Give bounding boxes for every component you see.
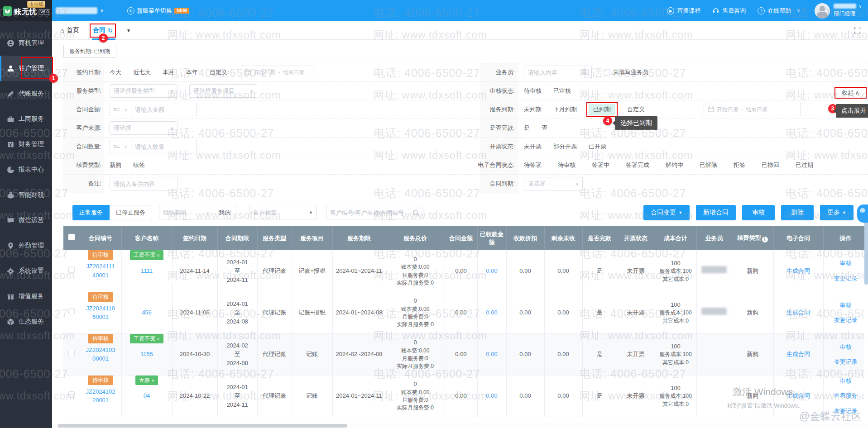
- end-date-placeholder[interactable]: 结束日期: [746, 106, 767, 114]
- horizontal-scrollbar[interactable]: [52, 423, 868, 428]
- filter-option-自定义:[interactable]: 自定义:: [210, 68, 229, 76]
- new-contract-button[interactable]: 新增合同: [696, 205, 736, 220]
- collapse-button[interactable]: 收起 ∧: [836, 87, 865, 98]
- filter-option-已解除[interactable]: 已解除: [700, 161, 717, 169]
- tab-home[interactable]: ⌂首页: [60, 21, 79, 40]
- contract-change-button[interactable]: 合同变更▼: [643, 205, 690, 220]
- sidebar-item-财务管理[interactable]: 财务管理: [0, 132, 52, 157]
- customer-tag-select[interactable]: 客户标签▼: [249, 206, 317, 219]
- salesperson-input[interactable]: [528, 69, 579, 76]
- filter-option-是[interactable]: 是: [524, 124, 530, 132]
- filter-option-拒签[interactable]: 拒签: [734, 161, 745, 169]
- filter-option-已审核[interactable]: 已审核: [553, 87, 571, 95]
- online-help-link[interactable]: ?在线帮助∨: [758, 7, 803, 15]
- action-link-审核[interactable]: 审核: [840, 376, 852, 385]
- received-amount-link[interactable]: 0.00: [486, 392, 497, 399]
- filter-option-待签署[interactable]: 待签署: [524, 161, 542, 169]
- received-amount-link[interactable]: 0.00: [486, 267, 497, 274]
- sidebar-item-微信运营[interactable]: 微信运营: [0, 208, 52, 233]
- filter-option-近七天[interactable]: 近七天: [133, 68, 151, 76]
- filter-option-否[interactable]: 否: [542, 124, 547, 132]
- audit-button[interactable]: 审核: [742, 205, 775, 220]
- filter-option-新购[interactable]: 新购: [110, 161, 121, 169]
- company-dropdown-caret[interactable]: ∨: [100, 8, 104, 14]
- fullscreen-icon[interactable]: [854, 27, 861, 35]
- after-sales-link[interactable]: 售后咨询: [712, 7, 746, 15]
- customer-link[interactable]: 04: [144, 392, 150, 399]
- filter-tag[interactable]: 服务到期: 已到期: [63, 45, 116, 58]
- action-link-查看服务[interactable]: 查看服务: [834, 391, 858, 400]
- search-icon[interactable]: [581, 69, 588, 76]
- filter-option-续签[interactable]: 续签: [133, 161, 145, 169]
- generate-contract-link[interactable]: 生成合同: [786, 267, 810, 274]
- action-link-审核[interactable]: 审核: [840, 301, 852, 310]
- generate-contract-link[interactable]: 生成合同: [786, 392, 810, 399]
- sidebar-item-工商服务[interactable]: 工商服务: [0, 106, 52, 132]
- menu-switch[interactable]: ↻ 新版菜单切换 NEW: [127, 7, 189, 15]
- sidebar-item-报表中心[interactable]: 报表中心: [0, 157, 52, 182]
- filter-option-自定义[interactable]: 自定义: [627, 105, 645, 114]
- filter-option-本月[interactable]: 本月: [163, 68, 174, 76]
- delete-button[interactable]: 删除: [781, 205, 814, 220]
- contract-no-link[interactable]: JZ202411060001: [86, 304, 115, 322]
- customer-tag-badge[interactable]: 工资不变 ∨: [130, 250, 163, 260]
- filter-option-已到期[interactable]: 已到期4选择已到期: [589, 104, 615, 115]
- start-date-placeholder[interactable]: 开始日期: [717, 106, 739, 114]
- filter-option-解约中[interactable]: 解约中: [666, 161, 683, 169]
- sign-date-range[interactable]: 开始日期 - 结束日期: [241, 66, 314, 79]
- sidebar-item-智能财税[interactable]: 智能财税: [0, 182, 52, 208]
- filter-option-已撤回[interactable]: 已撤回: [762, 161, 779, 169]
- contract-no-link[interactable]: JZ202410220001: [86, 387, 115, 405]
- action-link-变更记录[interactable]: 变更记录: [834, 357, 858, 366]
- end-date-placeholder[interactable]: 结束日期: [283, 69, 305, 76]
- service-item-select[interactable]: 请选择服务项目∨: [189, 84, 257, 98]
- filter-option-下月到期[interactable]: 下月到期: [553, 105, 577, 114]
- filter-option-部分开票[interactable]: 部分开票: [553, 143, 577, 151]
- sidebar-item-系统设置[interactable]: 系统设置: [0, 258, 52, 284]
- org-select[interactable]: 组织架构∨: [159, 206, 213, 219]
- filter-option-今天[interactable]: 今天: [110, 68, 121, 76]
- row-checkbox[interactable]: [68, 350, 75, 356]
- generate-contract-link[interactable]: 生成合同: [786, 351, 810, 357]
- row-checkbox[interactable]: [68, 308, 75, 314]
- company-name-redacted[interactable]: [56, 7, 97, 14]
- contract-no-link[interactable]: JZ202411140001: [86, 262, 115, 280]
- filter-option-待审核[interactable]: 待审核: [558, 161, 575, 169]
- action-link-审核[interactable]: 审核: [840, 342, 852, 352]
- vertical-scrollbar[interactable]: [864, 221, 868, 428]
- filter-option-已开票[interactable]: 已开票: [589, 143, 606, 151]
- tab-normal-service[interactable]: 正常服务: [72, 205, 110, 220]
- customer-link[interactable]: 456: [142, 309, 152, 316]
- filter-option-本年[interactable]: 本年: [186, 68, 198, 76]
- amount-input[interactable]: [135, 106, 193, 113]
- sidebar-item-增值服务[interactable]: 增值服务: [0, 284, 52, 309]
- sidebar-item-外勤管理[interactable]: 外勤管理: [0, 233, 52, 258]
- customer-link[interactable]: 1111: [141, 267, 153, 274]
- tab-contract[interactable]: 合同 ↻ 2: [93, 21, 113, 40]
- contract-due-select[interactable]: 请选择∨: [524, 177, 583, 190]
- count-input[interactable]: [135, 143, 193, 150]
- amount-op-select[interactable]: >=∨: [110, 103, 131, 116]
- service-type-select[interactable]: 请选择服务类型∨: [110, 84, 177, 98]
- filter-option-未开票[interactable]: 未开票: [524, 143, 542, 151]
- toolbar-search-input[interactable]: [330, 209, 410, 216]
- action-link-审核[interactable]: 审核: [840, 259, 852, 268]
- hscrollbar-thumb[interactable]: [58, 424, 347, 428]
- refresh-icon[interactable]: ↻: [108, 27, 113, 34]
- row-checkbox[interactable]: [68, 391, 75, 398]
- count-op-select[interactable]: >=∨: [110, 140, 131, 153]
- customer-tag-badge[interactable]: 无票 ∨: [135, 376, 158, 385]
- tabs-dropdown-caret[interactable]: ▼: [126, 28, 131, 33]
- customer-tag-badge[interactable]: 工资不变 ∨: [130, 334, 163, 344]
- action-link-变更记录[interactable]: 变更记录: [834, 274, 858, 283]
- sidebar-item-商机管理[interactable]: 商机管理: [0, 30, 52, 56]
- action-link-变更记录[interactable]: 变更记录: [834, 407, 858, 416]
- user-menu[interactable]: ∨ 部门经理: [815, 3, 862, 19]
- row-checkbox[interactable]: [68, 266, 75, 273]
- sidebar-item-代账服务[interactable]: 代账服务: [0, 81, 52, 106]
- customer-link[interactable]: 1155: [140, 351, 153, 357]
- scrollbar-thumb[interactable]: [864, 221, 868, 285]
- start-date-placeholder[interactable]: 开始日期: [254, 69, 276, 76]
- remark-input[interactable]: [114, 181, 173, 187]
- filter-option-待审核[interactable]: 待审核: [524, 87, 542, 95]
